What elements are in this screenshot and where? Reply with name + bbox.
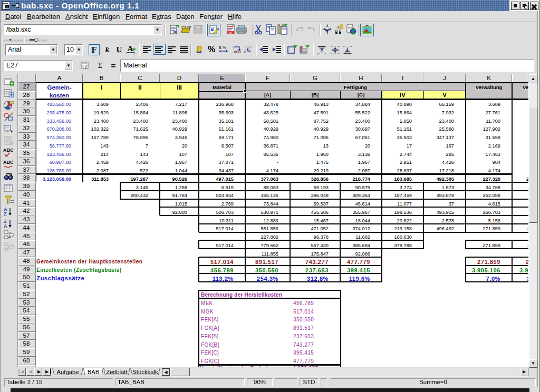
svg-text:ƒ: ƒ [85,64,88,70]
svg-text:ABC: ABC [3,148,14,153]
svg-text:0: 0 [244,50,246,54]
svg-text:ABC: ABC [3,160,14,165]
svg-text:$: $ [219,45,221,50]
svg-text:%: % [223,45,226,50]
svg-text:PDF: PDF [228,31,233,34]
svg-text:A: A [4,223,7,229]
svg-text:0: 0 [233,45,235,49]
svg-text:Z: Z [4,211,7,217]
svg-text:.000: .000 [233,50,241,54]
svg-text:.000: .000 [244,45,253,50]
